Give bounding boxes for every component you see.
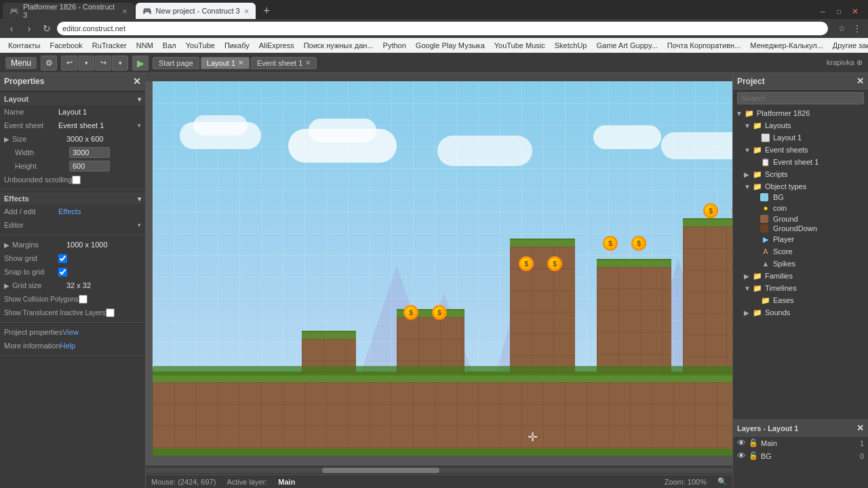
tree-item-scripts[interactable]: ▶ 📁 Scripts [733, 168, 868, 180]
coin-1: $ [403, 305, 418, 320]
redo-dropdown[interactable]: ▾ [112, 56, 128, 70]
layer-bg-lock[interactable]: 🔓 [749, 451, 758, 460]
layer-main[interactable]: 👁 🔓 Main 1 [733, 436, 868, 449]
tree-item-eases[interactable]: 📁 Eases [733, 294, 868, 306]
undo-button[interactable]: ↩ [61, 56, 77, 70]
bookmark-2[interactable]: RuTracker [88, 39, 131, 52]
tree-arrow-eventsheets: ▼ [744, 146, 752, 154]
help-link[interactable]: Help [60, 342, 141, 350]
tab-close-1[interactable]: × [122, 6, 127, 16]
redo-button[interactable]: ↪ [95, 56, 111, 70]
close-window-button[interactable]: ✕ [848, 4, 863, 19]
translucent-layers-checkbox[interactable] [106, 308, 115, 317]
folder-icon-scripts: 📁 [752, 169, 763, 180]
effects-section-title: Effects ▾ [0, 192, 145, 205]
main-area: Properties ✕ Layout ▾ Name Layout 1 Even… [0, 73, 868, 488]
project-search-input[interactable] [737, 92, 864, 104]
browser-chrome: 🎮 Platformer 1826 - Construct 3 × 🎮 New … [0, 0, 868, 38]
layer-bg-visibility[interactable]: 👁 [737, 451, 746, 461]
tab-start-page[interactable]: Start page [153, 57, 199, 69]
browser-tab-2[interactable]: 🎮 New project - Construct 3 × [136, 3, 256, 19]
layers-panel-close[interactable]: ✕ [856, 423, 864, 433]
tree-item-ground[interactable]: Ground [733, 214, 868, 224]
bookmark-4[interactable]: Вал [159, 39, 180, 52]
reload-button[interactable]: ↻ [39, 21, 54, 36]
tab-event-sheet-1[interactable]: Event sheet 1 ✕ [251, 57, 317, 69]
tree-item-eventsheet1[interactable]: 📋 Event sheet 1 [733, 156, 868, 168]
tree-item-timelines[interactable]: ▼ 📁 Timelines [733, 282, 868, 294]
bookmark-12[interactable]: SketchUp [551, 39, 591, 52]
bookmark-11[interactable]: YouTube Music [490, 39, 549, 52]
bookmark-6[interactable]: Пикабу [220, 39, 254, 52]
bookmarks-bar: Контакты Facebook RuTracker NNM Вал YouT… [0, 38, 868, 53]
bookmark-5[interactable]: YouTube [182, 39, 219, 52]
forward-button[interactable]: › [22, 21, 37, 36]
tree-item-layouts[interactable]: ▼ 📁 Layouts [733, 119, 868, 131]
tree-item-families[interactable]: ▶ 📁 Families [733, 270, 868, 282]
bookmark-16[interactable]: Другие закладки [829, 39, 868, 52]
zoom-control[interactable]: 🔍 [717, 477, 727, 486]
address-text: editor.construct.net [62, 24, 125, 33]
tree-item-bg[interactable]: BG [733, 192, 868, 202]
bookmark-0[interactable]: Контакты [4, 39, 45, 52]
width-input[interactable] [69, 147, 110, 158]
tree-arrow-timelines: ▼ [744, 285, 752, 292]
status-right: Zoom: 100% 🔍 [665, 477, 727, 486]
new-tab-button[interactable]: + [257, 3, 276, 19]
tree-item-score[interactable]: A Score [733, 245, 868, 258]
address-bar[interactable]: editor.construct.net [57, 22, 828, 35]
height-input[interactable] [69, 161, 110, 171]
active-layer-name: Main [278, 478, 295, 486]
tree-item-eventsheets[interactable]: ▼ 📁 Event sheets [733, 144, 868, 156]
tree-item-layout1[interactable]: ⬜ Layout 1 [733, 131, 868, 144]
layer-main-visibility[interactable]: 👁 [737, 438, 746, 448]
maximize-button[interactable]: □ [831, 4, 846, 19]
tree-item-objecttypes[interactable]: ▼ 📁 Object types [733, 180, 868, 192]
view-link[interactable]: View [62, 328, 141, 336]
tab-close-2[interactable]: × [244, 6, 250, 16]
toolbar-settings-btn[interactable]: ⚙ [41, 56, 57, 70]
layer-bg[interactable]: 👁 🔓 BG 0 [733, 449, 868, 462]
bookmark-9[interactable]: Python [379, 39, 410, 52]
bookmark-1[interactable]: Facebook [46, 39, 87, 52]
bookmark-3[interactable]: NNM [132, 39, 157, 52]
tab-layout-1[interactable]: Layout 1 ✕ [201, 57, 250, 69]
undo-dropdown[interactable]: ▾ [78, 56, 94, 70]
tree-item-grounddown[interactable]: GroundDown [733, 224, 868, 233]
bookmark-14[interactable]: Почта Корпоративн... [663, 39, 745, 52]
effects-link[interactable]: Effects [58, 207, 141, 216]
status-bar: Mouse: (2424, 697) Active layer: Main Zo… [146, 474, 732, 488]
tree-item-spikes[interactable]: ▲ Spikes [733, 258, 868, 270]
tab-layout-1-close[interactable]: ✕ [238, 59, 243, 66]
canvas-viewport[interactable]: $ $ $ $ $ $ $ $ $ $ $ $ $ [146, 81, 732, 465]
bookmark-8[interactable]: Поиск нужных дан... [300, 39, 378, 52]
coin-4: $ [547, 256, 562, 271]
snap-grid-checkbox[interactable] [58, 268, 67, 277]
tree-item-sounds[interactable]: ▶ 📁 Sounds [733, 306, 868, 319]
browser-tab-1[interactable]: 🎮 Platformer 1826 - Construct 3 × [3, 3, 134, 19]
cloud-5 [661, 132, 732, 159]
menu-button[interactable]: Menu [5, 57, 37, 69]
project-panel-close[interactable]: ✕ [856, 76, 864, 86]
horizontal-scrollbar[interactable] [146, 465, 732, 474]
minimize-button[interactable]: ─ [815, 4, 830, 19]
properties-close[interactable]: ✕ [133, 76, 141, 87]
bookmark-15[interactable]: Менеджер-Калькул... [746, 39, 827, 52]
layer-main-lock[interactable]: 🔓 [749, 439, 758, 447]
folder-icon-timelines: 📁 [752, 283, 763, 293]
show-grid-checkbox[interactable] [58, 254, 67, 263]
tab-event-sheet-1-close[interactable]: ✕ [305, 59, 311, 66]
back-button[interactable]: ‹ [4, 21, 19, 36]
collision-polygons-checkbox[interactable] [79, 295, 87, 304]
unbounded-scrolling-checkbox[interactable] [72, 176, 81, 184]
bookmark-star[interactable]: ☆ [835, 22, 848, 35]
scroll-thumb[interactable] [322, 468, 439, 473]
play-button[interactable]: ▶ [132, 56, 149, 70]
tree-item-player[interactable]: ▶ Player [733, 233, 868, 245]
bookmark-10[interactable]: Google Play Музыка [412, 39, 489, 52]
tree-item-root[interactable]: ▼ 📁 Platformer 1826 [733, 107, 868, 119]
tree-item-coin[interactable]: ● coin [733, 202, 868, 214]
bookmark-7[interactable]: AliExpress [255, 39, 298, 52]
browser-settings[interactable]: ⋮ [850, 22, 864, 35]
bookmark-13[interactable]: Game Art Guppy... [592, 39, 661, 52]
